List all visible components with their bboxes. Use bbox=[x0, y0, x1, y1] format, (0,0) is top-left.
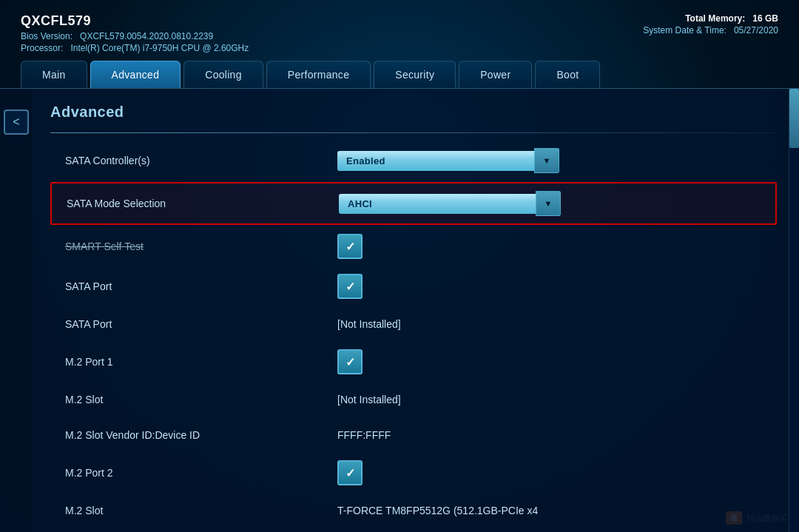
tab-power[interactable]: Power bbox=[459, 61, 532, 88]
nav-tabs: Main Advanced Cooling Performance Securi… bbox=[0, 61, 799, 88]
date-info: System Date & Time: 05/27/2020 bbox=[643, 25, 778, 36]
tab-advanced[interactable]: Advanced bbox=[90, 61, 181, 88]
setting-label-sata-port-1: SATA Port bbox=[56, 280, 337, 292]
tab-main[interactable]: Main bbox=[21, 61, 87, 88]
setting-value-m2-port-2: ✓ bbox=[337, 460, 771, 485]
back-button-container: < bbox=[0, 89, 33, 532]
dropdown-field-sata-mode: AHCI bbox=[339, 194, 536, 214]
checkbox-check-sata-port-1: ✓ bbox=[345, 280, 355, 294]
scrollbar-thumb[interactable] bbox=[789, 89, 799, 148]
setting-row-m2-slot-2: M.2 Slot T-FORCE TM8FP5512G (512.1GB-PCI… bbox=[50, 493, 777, 528]
setting-label-smart: SMART Self Test bbox=[56, 240, 337, 252]
processor-label: Processor: bbox=[21, 43, 63, 53]
setting-value-m2-port-1: ✓ bbox=[337, 349, 771, 374]
setting-row-smart: SMART Self Test ✓ bbox=[50, 226, 777, 266]
setting-row-m2-port-1: M.2 Port 1 ✓ bbox=[50, 342, 777, 382]
setting-value-m2-slot-2: T-FORCE TM8FP5512G (512.1GB-PCIe x4 bbox=[337, 505, 771, 516]
main-area: < Advanced SATA Controller(s) Enabled ▼ bbox=[0, 88, 799, 532]
header-right: Total Memory: 16 GB System Date & Time: … bbox=[643, 13, 778, 36]
tab-boot[interactable]: Boot bbox=[535, 61, 600, 88]
tab-performance[interactable]: Performance bbox=[266, 61, 371, 88]
scrollbar[interactable] bbox=[789, 89, 799, 532]
setting-row-m2-port-2: M.2 Port 2 ✓ bbox=[50, 453, 777, 493]
setting-row-m2-slot: M.2 Slot [Not Installed] bbox=[50, 382, 777, 417]
bios-label: Bios Version: bbox=[21, 31, 73, 41]
setting-value-sata-port-1: ✓ bbox=[337, 274, 771, 299]
setting-label-sata-mode: SATA Mode Selection bbox=[58, 198, 339, 209]
back-button[interactable]: < bbox=[4, 110, 29, 135]
checkbox-check-m2-port-2: ✓ bbox=[345, 466, 355, 480]
checkbox-check-m2-port-1: ✓ bbox=[345, 355, 355, 369]
dropdown-arrow-sata-controllers[interactable]: ▼ bbox=[534, 148, 559, 173]
date-label: System Date & Time: bbox=[643, 25, 726, 36]
setting-label-m2-vendor: M.2 Slot Vendor ID:Device ID bbox=[56, 429, 337, 441]
checkbox-sata-port-1[interactable]: ✓ bbox=[337, 274, 363, 299]
setting-value-smart: ✓ bbox=[337, 234, 771, 259]
setting-value-sata-mode: AHCI ▼ bbox=[339, 191, 769, 216]
setting-label-m2-slot-2: M.2 Slot bbox=[56, 505, 337, 516]
panel-divider bbox=[50, 132, 777, 133]
setting-row-sata-port-2: SATA Port [Not Installed] bbox=[50, 306, 777, 342]
text-value-m2-slot: [Not Installed] bbox=[337, 394, 401, 405]
setting-row-sata-mode: SATA Mode Selection AHCI ▼ bbox=[50, 182, 777, 225]
memory-label: Total Memory: bbox=[685, 13, 745, 24]
setting-row-sata-port-1: SATA Port ✓ bbox=[50, 266, 777, 306]
setting-value-sata-controllers: Enabled ▼ bbox=[337, 148, 771, 173]
dropdown-sata-controllers[interactable]: Enabled ▼ bbox=[337, 148, 559, 173]
memory-info: Total Memory: 16 GB bbox=[643, 13, 778, 24]
setting-value-m2-slot: [Not Installed] bbox=[337, 394, 771, 405]
setting-value-m2-vendor: FFFF:FFFF bbox=[337, 429, 771, 441]
checkbox-m2-port-2[interactable]: ✓ bbox=[337, 460, 363, 485]
model-name: QXCFL579 bbox=[21, 13, 249, 29]
tab-cooling[interactable]: Cooling bbox=[183, 61, 263, 88]
settings-list: SATA Controller(s) Enabled ▼ SATA Mode S… bbox=[50, 141, 777, 528]
processor-info: Processor: Intel(R) Core(TM) i7-9750H CP… bbox=[21, 43, 249, 53]
dropdown-field-sata-controllers: Enabled bbox=[337, 151, 534, 171]
checkbox-check-smart: ✓ bbox=[345, 240, 355, 254]
checkbox-smart[interactable]: ✓ bbox=[337, 234, 363, 259]
bios-info: Bios Version: QXCFL579.0054.2020.0810.22… bbox=[21, 31, 249, 41]
setting-value-sata-port-2: [Not Installed] bbox=[337, 318, 771, 330]
bios-version: QXCFL579.0054.2020.0810.2239 bbox=[80, 31, 213, 41]
text-value-sata-port-2: [Not Installed] bbox=[337, 318, 401, 330]
content-panel: Advanced SATA Controller(s) Enabled ▼ SA… bbox=[33, 89, 799, 532]
date-value: 05/27/2020 bbox=[734, 25, 778, 36]
setting-label-m2-slot: M.2 Slot bbox=[56, 394, 337, 405]
processor-value: Intel(R) Core(TM) i7-9750H CPU @ 2.60GHz bbox=[70, 43, 249, 53]
text-value-m2-slot-2: T-FORCE TM8FP5512G (512.1GB-PCIe x4 bbox=[337, 505, 538, 516]
text-value-m2-vendor: FFFF:FFFF bbox=[337, 429, 391, 441]
tab-security[interactable]: Security bbox=[374, 61, 456, 88]
header-left: QXCFL579 Bios Version: QXCFL579.0054.202… bbox=[21, 13, 249, 53]
setting-label-sata-port-2: SATA Port bbox=[56, 318, 337, 330]
memory-value: 16 GB bbox=[752, 13, 778, 24]
dropdown-sata-mode[interactable]: AHCI ▼ bbox=[339, 191, 561, 216]
checkbox-m2-port-1[interactable]: ✓ bbox=[337, 349, 363, 374]
setting-label-m2-port-2: M.2 Port 2 bbox=[56, 467, 337, 479]
panel-title: Advanced bbox=[50, 104, 777, 121]
setting-label-sata-controllers: SATA Controller(s) bbox=[56, 155, 337, 166]
setting-row-sata-controllers: SATA Controller(s) Enabled ▼ bbox=[50, 141, 777, 181]
setting-row-m2-vendor: M.2 Slot Vendor ID:Device ID FFFF:FFFF bbox=[50, 417, 777, 453]
setting-label-m2-port-1: M.2 Port 1 bbox=[56, 356, 337, 368]
header: QXCFL579 Bios Version: QXCFL579.0054.202… bbox=[0, 0, 799, 61]
dropdown-arrow-sata-mode[interactable]: ▼ bbox=[536, 191, 561, 216]
